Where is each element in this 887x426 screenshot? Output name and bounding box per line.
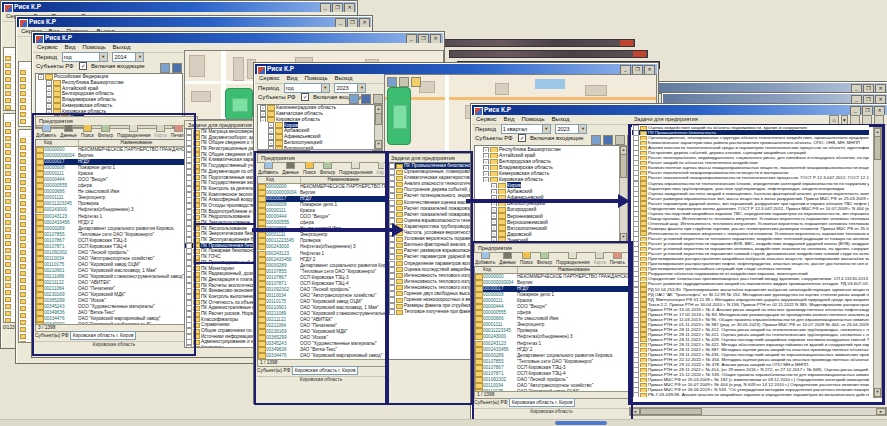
menu-item[interactable]: Выход xyxy=(335,74,353,83)
menu-item[interactable]: Выход xyxy=(552,115,570,124)
flag-icon[interactable] xyxy=(603,135,613,145)
list-item[interactable]: Количественная оценка массы пожаровзрыво… xyxy=(388,200,472,206)
list-item[interactable]: Тепловое излучение при факельном горении xyxy=(388,309,472,315)
enterprises-grid[interactable]: Код Наименование 00000000НЕКОММЕРЧЕСКОЕ … xyxy=(474,266,631,392)
window-1-titlebar[interactable]: Риск К.Р xyxy=(2,2,356,12)
toolbar-button[interactable]: Данные xyxy=(60,125,77,138)
menu-item[interactable]: Вид xyxy=(287,74,298,83)
toolbar-button[interactable]: Фильтр xyxy=(320,162,335,175)
toolbar-icon xyxy=(595,252,604,259)
toolbar-button[interactable]: Поиск xyxy=(520,252,533,265)
menu-item[interactable]: Вид xyxy=(65,43,76,52)
folder-icon xyxy=(498,231,506,236)
list-item[interactable]: Оценка последствий аварийных взрывов ТВС xyxy=(388,267,472,273)
window-3-titlebar[interactable]: Риск К.Р xyxy=(33,33,443,43)
enterprises-grid[interactable]: Код Наименование 00000000НЕКОММЕРЧЕСКОЕ … xyxy=(257,176,387,360)
map-layers-icon[interactable] xyxy=(411,77,421,87)
menu-item[interactable]: Сервис xyxy=(259,74,280,83)
toolbar-button[interactable]: Карта xyxy=(594,252,606,265)
tree-expand-icon[interactable] xyxy=(160,63,170,73)
toolbar-button[interactable]: Карта xyxy=(155,125,167,138)
toolbar-button[interactable]: Карта xyxy=(377,162,384,175)
year-select[interactable]: 2014▼ xyxy=(112,52,144,62)
tasks-vscrollbar[interactable]: ▲ ▼ xyxy=(873,127,882,398)
include-checkbox[interactable]: ✓ xyxy=(301,93,309,101)
include-checkbox[interactable]: ✓ xyxy=(79,62,87,70)
printer-icon[interactable] xyxy=(615,135,625,145)
list-item[interactable]: Интенсивность теплового излучения с пове… xyxy=(388,279,472,285)
toolbar-button[interactable]: Добавить xyxy=(36,125,56,138)
toolbar-button[interactable]: Добавить xyxy=(258,162,278,175)
toolbar-button[interactable]: Фильтр xyxy=(98,125,113,138)
year-select[interactable]: 2023▼ xyxy=(334,83,366,93)
toolbar-button[interactable]: Подразделения xyxy=(339,162,372,175)
tree-vscrollbar[interactable]: ▲ ▼ xyxy=(374,104,383,150)
subjects-label: Субъекты РФ xyxy=(475,135,513,141)
toolbar-icon xyxy=(264,162,273,169)
printer-icon[interactable] xyxy=(373,94,383,104)
toolbar-button[interactable]: Печать xyxy=(610,252,625,265)
menu-item[interactable]: Вид xyxy=(504,115,515,124)
folder-icon xyxy=(396,249,403,254)
list-item[interactable]: РБ-7-03-039-96. Анализ опасности аварийн… xyxy=(632,392,869,397)
region-tree[interactable]: +Калининградская область+Камчатская обла… xyxy=(257,104,383,150)
status-region-select[interactable]: Кировская область г. Киров xyxy=(509,398,576,407)
toolbar-button[interactable]: Подразделения xyxy=(556,252,589,265)
flag-icon[interactable] xyxy=(172,63,182,73)
period-select[interactable]: год▼ xyxy=(284,83,330,93)
menu-item[interactable]: Выход xyxy=(113,43,131,52)
menu-item[interactable]: Помощь xyxy=(82,43,105,52)
tree-expand-icon[interactable] xyxy=(349,94,359,104)
list-item[interactable]: Интенсивность теплового излучения с пове… xyxy=(388,273,472,279)
tasks-list[interactable]: ПК Промышленная безопасностьОрганизацион… xyxy=(387,162,473,360)
toolbar-button[interactable]: Поиск xyxy=(303,162,316,175)
toolbar-button[interactable]: Подразделения xyxy=(117,125,150,138)
folder-icon xyxy=(498,225,506,230)
include-checkbox[interactable]: ✓ xyxy=(518,134,526,142)
flag-icon[interactable] xyxy=(361,94,371,104)
window-5-titlebar[interactable]: Риск К.Р xyxy=(472,105,887,115)
tasks-hscrollbar[interactable]: ◄ ► xyxy=(629,407,887,416)
status-region-select[interactable]: Кировская область г. Киров xyxy=(292,366,359,375)
status-bar: Субъект(ы) РФ Кировская область г. Киров xyxy=(257,366,385,375)
toolbar-button[interactable]: Добавить xyxy=(475,252,495,265)
year-select[interactable]: 2023▼ xyxy=(555,124,587,134)
tasks-biglist[interactable]: Оценка воздействия аварий на объекты нед… xyxy=(632,125,869,397)
map-edit-icon[interactable] xyxy=(399,77,409,87)
list-item[interactable]: Расчет потенциального, индивидуального, … xyxy=(388,193,472,199)
menu-item[interactable]: Помощь xyxy=(521,115,544,124)
menu-item[interactable]: Сервис xyxy=(37,43,58,52)
map-pan-icon[interactable] xyxy=(387,77,397,87)
tree-item[interactable]: +Зуевский xyxy=(475,237,627,243)
period-select[interactable]: 1 квартал▼ xyxy=(501,124,551,134)
toolbar-button[interactable]: Поиск xyxy=(81,125,94,138)
list-item[interactable]: Расчет параметров ударной волны, зон пор… xyxy=(388,254,472,260)
status-region-select[interactable]: Кировская область г. Киров xyxy=(70,331,137,340)
folder-icon xyxy=(193,260,200,265)
close-icon[interactable] xyxy=(633,51,646,57)
menu-item[interactable]: Сервис xyxy=(476,115,497,124)
toolbar-button[interactable]: Данные xyxy=(499,252,516,265)
chevron-down-icon: ▼ xyxy=(578,125,586,133)
list-item[interactable]: Расчет показателей пожаровзрывоопасности… xyxy=(388,212,472,218)
window-title: Риск К.Р xyxy=(484,106,511,113)
folder-icon xyxy=(193,130,200,135)
enterprises-grid[interactable]: Код Наименование 00000000НЕКОММЕРЧЕСКОЕ … xyxy=(35,139,195,326)
close-icon[interactable] xyxy=(620,40,633,46)
tree-expand-icon[interactable] xyxy=(591,135,601,145)
toolbar-button[interactable]: Фильтр xyxy=(537,252,552,265)
list-item[interactable]: Расчет показателей пожаровзрывоопасности… xyxy=(388,206,472,212)
region-tree[interactable]: +Российская Федерация+Республика Башкорт… xyxy=(35,73,183,121)
window-4-titlebar[interactable]: Риск К.Р xyxy=(255,64,657,74)
folder-icon xyxy=(396,164,403,169)
region-tree[interactable]: +Республика Башкортостан+Алтайский край+… xyxy=(474,145,628,243)
toolbar-button[interactable]: Данные xyxy=(282,162,299,175)
list-item[interactable]: Определение параметров волны давления xyxy=(388,261,472,267)
period-select[interactable]: год▼ xyxy=(62,52,108,62)
menu-item[interactable]: Помощь xyxy=(304,74,327,83)
window-2-titlebar[interactable]: Риск К.Р xyxy=(17,17,371,27)
toolbar-icon xyxy=(481,252,490,259)
app-icon xyxy=(35,35,44,43)
folder-icon xyxy=(396,310,403,315)
folder-icon xyxy=(396,279,403,284)
